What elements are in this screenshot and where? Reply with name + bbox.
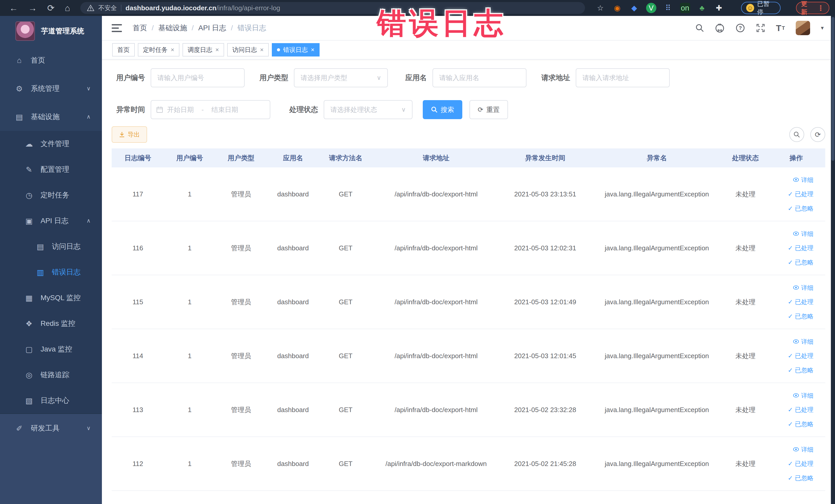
sidebar-item[interactable]: ☁ 文件管理 [0, 131, 102, 157]
kebab-menu-icon[interactable]: ⋮ [817, 4, 824, 12]
start-date-placeholder[interactable]: 开始日期 [167, 105, 194, 114]
cell-request-url: /api/infra/db-doc/export-html [372, 275, 500, 329]
sidebar-item[interactable]: ▧ 日志中心 [0, 388, 102, 414]
browser-extension-icon[interactable]: ♣ [697, 3, 707, 13]
detail-link[interactable]: 详细 [793, 283, 813, 292]
browser-extension-icon[interactable]: ⠿ [663, 3, 673, 13]
mysql-icon: ▦ [25, 294, 33, 302]
github-icon[interactable] [715, 23, 725, 33]
search-button[interactable]: 搜索 [423, 100, 462, 119]
mark-ignored-link[interactable]: ✓ 已忽略 [788, 366, 813, 375]
mark-processed-link[interactable]: ✓ 已处理 [788, 244, 813, 253]
toggle-search-button[interactable] [789, 127, 804, 142]
home-icon[interactable]: ⌂ [65, 4, 70, 12]
table-row[interactable]: 113 1 管理员 dashboard GET /api/infra/db-do… [111, 383, 825, 437]
scrollbar-thumb[interactable] [831, 17, 834, 161]
sidebar-item[interactable]: ❖ Redis 监控 [0, 311, 102, 336]
mark-processed-link[interactable]: ✓ 已处理 [788, 405, 813, 414]
sidebar-item[interactable]: ◎ 链路追踪 [0, 362, 102, 388]
close-icon[interactable]: × [311, 46, 314, 54]
browser-extension-icon[interactable]: ✚ [714, 3, 724, 13]
request-url-input[interactable] [576, 68, 670, 87]
mark-processed-link[interactable]: ✓ 已处理 [788, 190, 813, 199]
browser-extension-icon[interactable]: ◆ [629, 3, 639, 13]
tag-view-item[interactable]: 定时任务 × [138, 43, 179, 57]
detail-link[interactable]: 详细 [793, 229, 813, 238]
mark-ignored-link[interactable]: ✓ 已忽略 [788, 258, 813, 267]
browser-extension-icon[interactable]: ◉ [612, 3, 623, 13]
cell-actions: 详细 ✓ 已处理 ✓ 已忽略 [767, 167, 825, 221]
sidebar-item[interactable]: ▢ Java 监控 [0, 336, 102, 362]
end-date-placeholder[interactable]: 结束日期 [211, 105, 238, 114]
font-size-icon[interactable]: TT [776, 23, 785, 33]
sidebar-item[interactable]: ▤ 基础设施 ∧ [0, 103, 102, 131]
sidebar-item[interactable]: ✎ 配置管理 [0, 157, 102, 182]
detail-link[interactable]: 详细 [793, 391, 813, 400]
config-icon: ✎ [25, 165, 33, 174]
refresh-table-button[interactable]: ⟳ [810, 127, 825, 142]
user-id-input[interactable] [151, 68, 245, 87]
user-avatar[interactable] [796, 21, 810, 35]
sidebar-item-dev-tools[interactable]: ✐ 研发工具 ∨ [0, 414, 102, 443]
paused-chip[interactable]: ☺ 已暂停 [741, 2, 780, 14]
browser-extension-icon[interactable]: on [680, 3, 690, 13]
breadcrumb-item[interactable]: 基础设施 / [158, 23, 199, 33]
mark-processed-link[interactable]: ✓ 已处理 [788, 298, 813, 306]
sidebar-item[interactable]: ▤ 访问日志 [0, 234, 102, 259]
app-logo-row[interactable]: 芋道管理系统 [0, 16, 102, 46]
app-name-input[interactable] [432, 68, 527, 87]
sidebar-item[interactable]: ⚙ 系统管理 ∨ [0, 75, 102, 103]
mark-ignored-link[interactable]: ✓ 已忽略 [788, 474, 813, 482]
breadcrumb-item[interactable]: API 日志 / [199, 23, 238, 33]
sidebar-item[interactable]: ▣ API 日志 ∧ [0, 208, 102, 234]
browser-extension-icon[interactable]: V [646, 3, 656, 13]
mark-processed-link[interactable]: ✓ 已处理 [788, 459, 813, 468]
table-row[interactable]: 116 1 管理员 dashboard GET /api/infra/db-do… [111, 221, 825, 275]
tag-view-item[interactable]: 首页 × [112, 43, 135, 57]
detail-link[interactable]: 详细 [793, 337, 813, 346]
tag-view-item[interactable]: 错误日志 × [272, 43, 320, 57]
mark-processed-link[interactable]: ✓ 已处理 [788, 351, 813, 360]
page-scrollbar[interactable] [831, 16, 835, 504]
mark-ignored-link[interactable]: ✓ 已忽略 [788, 420, 813, 428]
address-bar[interactable]: 不安全 dashboard.yudao.iocoder.cn/infra/log… [80, 2, 585, 14]
help-icon[interactable]: ? [735, 23, 745, 33]
table-row[interactable]: 114 1 管理员 dashboard GET /api/infra/db-do… [111, 329, 825, 383]
search-icon[interactable] [695, 24, 704, 32]
avatar-caret-down-icon[interactable]: ▾ [821, 25, 824, 31]
chrome-update-button[interactable]: 更新 ⋮ [796, 2, 829, 14]
reset-button[interactable]: ⟳ 重置 [469, 100, 508, 119]
sidebar-item[interactable]: ▥ 错误日志 [0, 259, 102, 285]
mark-ignored-link[interactable]: ✓ 已忽略 [788, 312, 813, 321]
export-button[interactable]: 导出 [111, 126, 147, 143]
hamburger-menu-button[interactable] [111, 24, 122, 32]
table-row[interactable]: 117 1 管理员 dashboard GET /api/infra/db-do… [111, 167, 825, 221]
tag-view-item[interactable]: 访问日志 × [227, 43, 269, 57]
forward-icon[interactable]: → [28, 4, 37, 12]
back-icon[interactable]: ← [9, 4, 18, 12]
cell-exception-time: 2021-05-02 21:45:28 [500, 437, 590, 490]
home-icon: ⌂ [15, 56, 24, 65]
breadcrumb-item[interactable]: 错误日志 / [238, 23, 266, 33]
process-status-select[interactable]: 请选择处理状态 ∨ [324, 100, 412, 119]
sidebar-item[interactable]: ⌂ 首页 [0, 46, 102, 75]
sidebar-item[interactable]: ◷ 定时任务 [0, 182, 102, 208]
breadcrumb-item[interactable]: 首页 / [133, 23, 158, 33]
mark-ignored-link[interactable]: ✓ 已忽略 [788, 204, 813, 213]
browser-extension-icon[interactable]: ☆ [595, 3, 606, 13]
security-label[interactable]: 不安全 [98, 4, 117, 12]
fullscreen-icon[interactable] [756, 23, 765, 33]
reload-icon[interactable]: ⟳ [47, 4, 55, 12]
table-row[interactable]: 115 1 管理员 dashboard GET /api/infra/db-do… [111, 275, 825, 329]
close-icon[interactable]: × [171, 46, 174, 54]
url-text[interactable]: dashboard.yudao.iocoder.cn/infra/log/api… [125, 4, 280, 12]
tag-view-item[interactable]: 调度日志 × [183, 43, 224, 57]
table-row[interactable]: 112 1 管理员 dashboard GET /api/infra/db-do… [111, 437, 825, 491]
user-type-select[interactable]: 请选择用户类型 ∨ [294, 68, 388, 87]
detail-link[interactable]: 详细 [793, 176, 813, 184]
exception-time-range-picker[interactable]: 开始日期 - 结束日期 [151, 100, 270, 119]
detail-link[interactable]: 详细 [793, 445, 813, 454]
close-icon[interactable]: × [260, 46, 264, 54]
sidebar-item[interactable]: ▦ MySQL 监控 [0, 285, 102, 311]
close-icon[interactable]: × [216, 46, 219, 54]
